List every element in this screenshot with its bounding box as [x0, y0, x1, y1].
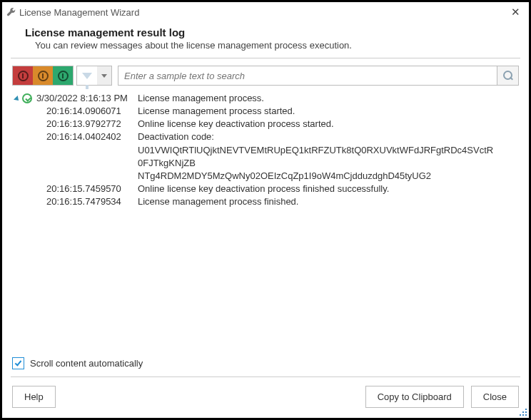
log-timestamp: 20:16:14.0906071 [46, 105, 138, 118]
scroll-auto-checkbox[interactable] [12, 357, 24, 369]
log-timestamp: 20:16:13.9792772 [46, 118, 138, 130]
search-button[interactable] [497, 66, 519, 86]
filter-dropdown-button[interactable] [97, 66, 111, 85]
scroll-auto-row: Scroll content automatically [2, 354, 529, 377]
funnel-icon [82, 73, 92, 79]
close-button[interactable]: Close [471, 386, 519, 408]
log-root-row: 3/30/2022 8:16:13 PM License management … [12, 93, 519, 103]
log-message: Deactivation code: U01VWIQtRTlUQjktNEVTV… [138, 130, 519, 183]
resize-grip[interactable] [518, 407, 527, 416]
filter-warning-button[interactable] [33, 66, 53, 85]
log-message: Online license key deactivation process … [138, 118, 519, 130]
info-icon [58, 71, 69, 81]
window-title: License Management Wizard [19, 7, 508, 18]
help-button[interactable]: Help [12, 386, 56, 408]
log-message: Online license key deactivation process … [138, 183, 519, 195]
search-input[interactable] [118, 66, 497, 86]
success-icon [22, 93, 32, 103]
log-timestamp: 20:16:15.7459570 [46, 183, 138, 195]
filter-button[interactable] [77, 66, 97, 85]
log-message: License management process started. [138, 105, 519, 118]
page-subtitle: You can review messages about the licens… [25, 40, 506, 51]
log-timestamp: 20:16:14.0402402 [46, 130, 138, 143]
filter-error-button[interactable] [13, 66, 33, 85]
severity-filter-group [12, 66, 74, 86]
log-row: 20:16:13.9792772Online license key deact… [46, 118, 519, 130]
header: License management result log You can re… [11, 22, 520, 58]
warning-icon [38, 71, 49, 81]
log-timestamp: 20:16:15.7479534 [46, 195, 138, 208]
page-title: License management result log [25, 26, 506, 39]
titlebar: License Management Wizard ✕ [2, 2, 529, 22]
check-icon [15, 359, 22, 366]
filter-group [76, 66, 112, 86]
toolbar [2, 58, 529, 91]
copy-clipboard-button[interactable]: Copy to Clipboard [365, 386, 464, 408]
log-rows: 20:16:14.0906071License management proce… [12, 105, 519, 209]
scroll-auto-label: Scroll content automatically [30, 358, 143, 369]
footer: Help Copy to Clipboard Close [2, 377, 529, 418]
log-row: 20:16:15.7459570Online license key deact… [46, 183, 519, 195]
expand-toggle-icon[interactable] [14, 96, 21, 103]
search-wrap [118, 66, 519, 86]
license-wizard-window: License Management Wizard ✕ License mana… [0, 0, 531, 420]
wrench-icon [6, 7, 16, 17]
log-message: License management process finished. [138, 195, 519, 208]
log-area: 3/30/2022 8:16:13 PM License management … [2, 91, 529, 354]
log-row: 20:16:15.7479534License management proce… [46, 195, 519, 208]
error-icon [18, 71, 29, 81]
log-row: 20:16:14.0402402Deactivation code: U01VW… [46, 130, 519, 183]
close-icon[interactable]: ✕ [508, 6, 523, 19]
log-row: 20:16:14.0906071License management proce… [46, 105, 519, 118]
chevron-down-icon [101, 74, 107, 78]
filter-info-button[interactable] [53, 66, 73, 85]
search-icon [503, 71, 513, 81]
log-root-message: License management process. [138, 93, 264, 103]
log-root-timestamp: 3/30/2022 8:16:13 PM [36, 93, 128, 103]
